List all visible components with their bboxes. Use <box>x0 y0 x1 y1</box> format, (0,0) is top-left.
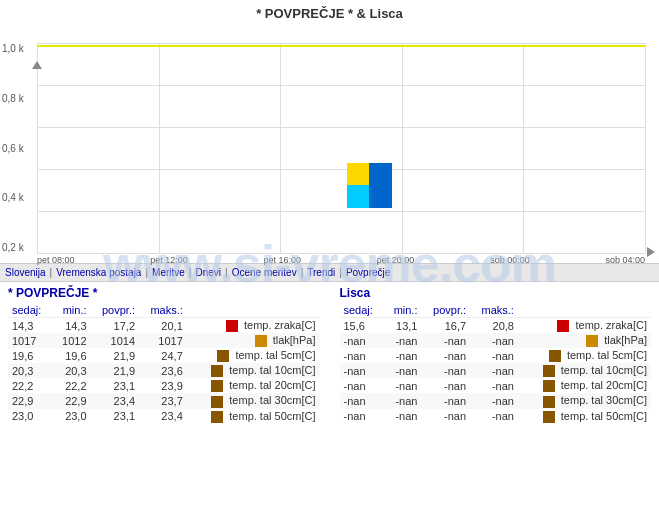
cell-legend: temp. tal 30cm[C] <box>187 393 320 408</box>
table-row: -nan -nan -nan -nan temp. tal 30cm[C] <box>340 393 652 408</box>
y-label-2: 0,4 k <box>2 192 24 203</box>
cell-legend: tlak[hPa] <box>518 333 651 348</box>
th-maks-povpr: maks.: <box>139 303 187 318</box>
legend-color-dot <box>549 350 561 362</box>
th-min-povpr: min.: <box>52 303 90 318</box>
y-axis-labels: 1,0 k 0,8 k 0,6 k 0,4 k 0,2 k <box>2 43 24 253</box>
title-text: * POVPREČJE * & Lisca <box>256 6 403 21</box>
cell-sedaj: 22,2 <box>8 378 52 393</box>
cell-maks: 24,7 <box>139 348 187 363</box>
x-label-3: pet 16:00 <box>264 255 302 265</box>
logo-yellow <box>347 163 369 185</box>
th-sedaj-lisca: sedaj: <box>340 303 384 318</box>
cell-maks: 23,7 <box>139 393 187 408</box>
legend-color-dot <box>543 380 555 392</box>
cell-min: -nan <box>384 333 422 348</box>
cell-min: 1012 <box>52 333 90 348</box>
cell-min: -nan <box>384 378 422 393</box>
cell-povpr: 23,4 <box>91 393 139 408</box>
nav-slovenija[interactable]: Slovenija <box>5 267 46 278</box>
cell-legend: temp. zraka[C] <box>518 318 651 334</box>
cell-sedaj: -nan <box>340 333 384 348</box>
cell-povpr: -nan <box>421 378 470 393</box>
legend-color-dot <box>217 350 229 362</box>
x-axis-arrow <box>647 247 655 257</box>
chart-wrapper: 1,0 k 0,8 k 0,6 k 0,4 k 0,2 k <box>0 23 659 263</box>
nav-ocene[interactable]: Ocene meritev <box>232 267 297 278</box>
table-row: 22,2 22,2 23,1 23,9 temp. tal 20cm[C] <box>8 378 320 393</box>
table-row: 15,6 13,1 16,7 20,8 temp. zraka[C] <box>340 318 652 334</box>
cell-sedaj: -nan <box>340 363 384 378</box>
cell-legend: temp. zraka[C] <box>187 318 320 334</box>
x-label-2: pet 12:00 <box>150 255 188 265</box>
legend-color-dot <box>211 411 223 423</box>
th-legend-lisca <box>518 303 651 318</box>
legend-color-dot <box>557 320 569 332</box>
legend-color-dot <box>543 411 555 423</box>
legend-label: temp. tal 30cm[C] <box>561 394 647 406</box>
nav-trendi[interactable]: Trendi <box>307 267 335 278</box>
cell-povpr: 1014 <box>91 333 139 348</box>
y-label-4: 0,8 k <box>2 93 24 104</box>
y-axis-arrow <box>32 61 42 69</box>
cell-maks: -nan <box>470 393 518 408</box>
cell-min: 13,1 <box>384 318 422 334</box>
legend-color-dot <box>211 380 223 392</box>
legend-label: temp. tal 50cm[C] <box>561 410 647 422</box>
cell-sedaj: 22,9 <box>8 393 52 408</box>
legend-label: temp. tal 10cm[C] <box>229 364 315 376</box>
logo-square <box>347 163 392 208</box>
cell-povpr: -nan <box>421 363 470 378</box>
cell-min: 22,2 <box>52 378 90 393</box>
cell-maks: -nan <box>470 348 518 363</box>
table-row: 19,6 19,6 21,9 24,7 temp. tal 5cm[C] <box>8 348 320 363</box>
cell-min: 23,0 <box>52 409 90 424</box>
table-row: -nan -nan -nan -nan temp. tal 50cm[C] <box>340 409 652 424</box>
cell-maks: -nan <box>470 409 518 424</box>
legend-label: temp. tal 30cm[C] <box>229 394 315 406</box>
nav-meritve[interactable]: Meritve <box>152 267 185 278</box>
legend-label: temp. zraka[C] <box>575 319 647 331</box>
table-row: -nan -nan -nan -nan temp. tal 20cm[C] <box>340 378 652 393</box>
cell-sedaj: -nan <box>340 378 384 393</box>
legend-color-dot <box>586 335 598 347</box>
cell-legend: temp. tal 50cm[C] <box>518 409 651 424</box>
cell-maks: 23,9 <box>139 378 187 393</box>
cell-maks: -nan <box>470 363 518 378</box>
y-label-1: 0,2 k <box>2 242 24 253</box>
cell-sedaj: 1017 <box>8 333 52 348</box>
cell-sedaj: 23,0 <box>8 409 52 424</box>
table-row: 14,3 14,3 17,2 20,1 temp. zraka[C] <box>8 318 320 334</box>
x-label-6: sob 04:00 <box>605 255 645 265</box>
cell-maks: 23,6 <box>139 363 187 378</box>
legend-label: temp. zraka[C] <box>244 319 316 331</box>
cell-povpr: 16,7 <box>421 318 470 334</box>
y-label-3: 0,6 k <box>2 143 24 154</box>
cell-maks: 1017 <box>139 333 187 348</box>
table-row: 1017 1012 1014 1017 tlak[hPa] <box>8 333 320 348</box>
logo-blue <box>369 163 392 208</box>
cell-min: -nan <box>384 363 422 378</box>
nav-postaja[interactable]: Vremenska postaja <box>56 267 141 278</box>
cell-povpr: 21,9 <box>91 363 139 378</box>
grid-lines <box>37 43 645 253</box>
legend-label: temp. tal 10cm[C] <box>561 364 647 376</box>
cell-legend: temp. tal 20cm[C] <box>187 378 320 393</box>
cell-legend: temp. tal 5cm[C] <box>518 348 651 363</box>
legend-label: temp. tal 50cm[C] <box>229 410 315 422</box>
table-row: -nan -nan -nan -nan tlak[hPa] <box>340 333 652 348</box>
lisca-table: sedaj: min.: povpr.: maks.: 15,6 13,1 16… <box>340 303 652 424</box>
table-row: -nan -nan -nan -nan temp. tal 5cm[C] <box>340 348 652 363</box>
table-row: 20,3 20,3 21,9 23,6 temp. tal 10cm[C] <box>8 363 320 378</box>
legend-color-dot <box>543 365 555 377</box>
cell-povpr: 23,1 <box>91 378 139 393</box>
legend-label: tlak[hPa] <box>604 334 647 346</box>
cell-maks: -nan <box>470 378 518 393</box>
cell-maks: 20,8 <box>470 318 518 334</box>
th-min-lisca: min.: <box>384 303 422 318</box>
cell-povpr: 17,2 <box>91 318 139 334</box>
nav-povprecje[interactable]: Povprečje <box>346 267 390 278</box>
povprecje-title: * POVPREČJE * <box>8 286 320 300</box>
nav-dnevi[interactable]: Dnevi <box>195 267 221 278</box>
cell-maks: 20,1 <box>139 318 187 334</box>
